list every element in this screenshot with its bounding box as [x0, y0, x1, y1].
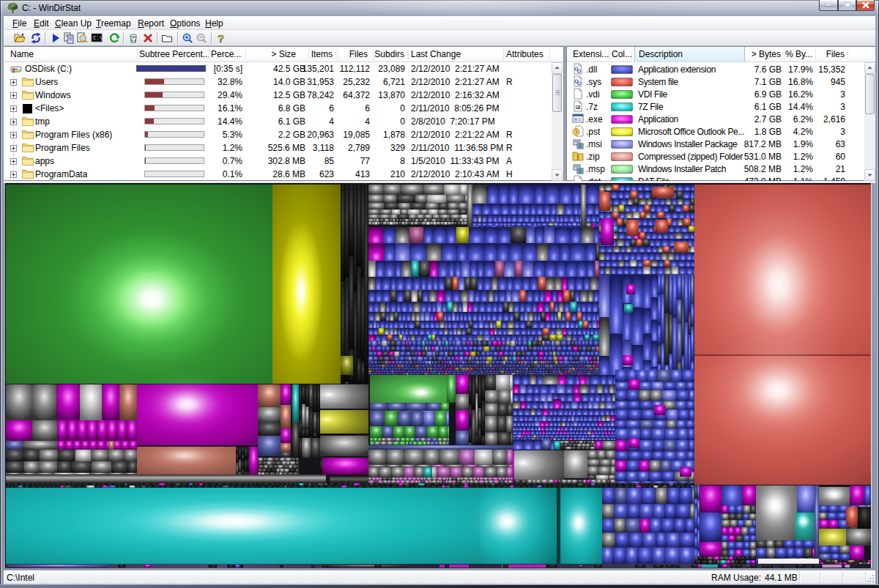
svg-text:C:\: C:\	[93, 35, 103, 41]
svg-text:?: ?	[218, 32, 224, 44]
